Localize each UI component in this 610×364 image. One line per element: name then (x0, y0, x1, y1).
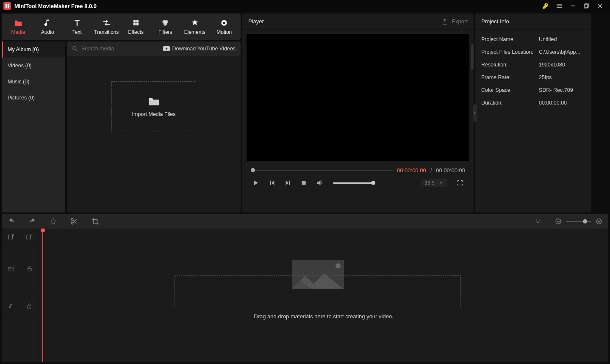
tab-audio[interactable]: Audio (33, 14, 63, 40)
audio-track-icon (8, 303, 14, 309)
media-pane: Download YouTube Videos Import Media Fil… (67, 41, 241, 212)
tab-transitions[interactable]: Transitions (92, 14, 122, 40)
tab-label: Media (11, 29, 25, 35)
export-button[interactable]: Export (441, 18, 468, 25)
delete-button[interactable] (50, 218, 57, 225)
tab-effects[interactable]: Effects (121, 14, 151, 40)
aspect-ratio-select[interactable]: 16:9 (421, 179, 447, 187)
zoom-slider[interactable] (566, 221, 591, 222)
scrub-track[interactable] (251, 170, 393, 171)
filters-icon (161, 18, 169, 28)
motion-icon (220, 18, 228, 28)
timeline: Drag and drop materials here to start cr… (2, 229, 608, 362)
add-track-icon[interactable] (8, 234, 14, 240)
volume-button[interactable] (316, 179, 324, 187)
player-panel: Player Export 00:00:00:00 / 00:00:00:00 (242, 14, 474, 212)
time-total: 00:00:00:00 (436, 167, 465, 174)
zoom-thumb[interactable] (583, 219, 587, 223)
import-media-dropzone[interactable]: Import Media Files (111, 81, 196, 132)
menu-icon[interactable] (552, 0, 566, 12)
preview-scrollbar[interactable] (471, 44, 474, 69)
minimize-button[interactable] (566, 0, 580, 12)
next-frame-button[interactable] (285, 179, 291, 186)
zoom-out-button[interactable] (555, 218, 562, 225)
sidebar-item-label: Music (0) (8, 79, 29, 85)
transitions-icon (102, 18, 111, 28)
project-info-title: Project Info (475, 14, 591, 30)
tab-label: Elements (184, 29, 205, 35)
prev-frame-button[interactable] (269, 179, 275, 186)
svg-rect-23 (28, 268, 31, 271)
tab-label: Filters (158, 29, 172, 35)
album-sidebar: My Album (0) Videos (0) Music (0) Pictur… (2, 41, 65, 212)
youtube-icon (163, 46, 170, 51)
info-dur-value: 00:00:00:00 (539, 100, 567, 106)
effects-icon (132, 18, 140, 28)
svg-rect-15 (302, 181, 305, 185)
collapse-handle[interactable] (473, 105, 477, 121)
magnet-button[interactable] (535, 218, 541, 225)
lock-icon[interactable] (27, 265, 33, 272)
info-dur-label: Duration: (481, 100, 539, 106)
tab-elements[interactable]: Elements (180, 14, 210, 40)
search-media[interactable] (72, 46, 160, 52)
project-info-panel: Project Info Project Name:Untitled Proje… (475, 14, 591, 212)
volume-thumb[interactable] (371, 181, 375, 185)
split-button[interactable] (70, 218, 78, 225)
info-fps-value: 25fps (539, 74, 552, 80)
export-icon (441, 18, 448, 25)
fullscreen-button[interactable] (457, 179, 463, 186)
timeline-track-headers (2, 229, 39, 362)
elements-icon (191, 18, 199, 28)
tab-label: Motion (216, 29, 232, 35)
sidebar-item-myalbum[interactable]: My Album (0) (2, 41, 65, 58)
sidebar-item-label: Pictures (0) (8, 95, 35, 101)
info-loc-value: C:\Users\bj\App... (539, 49, 580, 55)
upgrade-key-icon[interactable] (539, 0, 552, 12)
scrub-thumb[interactable] (251, 168, 255, 172)
download-youtube-link[interactable]: Download YouTube Videos (163, 46, 236, 52)
tab-label: Text (72, 29, 82, 35)
svg-point-12 (73, 47, 76, 50)
tab-text[interactable]: Text (62, 14, 92, 40)
timeline-toolbar (2, 214, 608, 229)
zoom-in-button[interactable] (596, 218, 602, 225)
remove-track-icon[interactable] (26, 234, 33, 240)
play-button[interactable] (252, 179, 259, 186)
text-icon (73, 18, 81, 28)
sidebar-item-label: My Album (0) (8, 47, 39, 52)
stop-button[interactable] (301, 180, 307, 186)
maximize-button[interactable] (580, 0, 593, 12)
lock-icon[interactable] (26, 303, 32, 309)
info-fps-label: Frame Rate: (481, 74, 539, 80)
redo-button[interactable] (29, 218, 36, 225)
playhead[interactable] (42, 229, 43, 362)
sidebar-item-videos[interactable]: Videos (0) (2, 58, 65, 74)
tab-filters[interactable]: Filters (151, 14, 180, 40)
crop-button[interactable] (92, 218, 99, 225)
svg-rect-20 (8, 235, 12, 239)
search-input[interactable] (81, 46, 148, 52)
youtube-link-label: Download YouTube Videos (172, 46, 236, 52)
tab-motion[interactable]: Motion (210, 14, 239, 40)
folder-icon (147, 96, 160, 106)
track-header-ruler (2, 229, 39, 245)
info-name-value: Untitled (539, 36, 557, 42)
player-title: Player (248, 18, 264, 25)
timeline-drop-strip[interactable] (175, 275, 461, 307)
sidebar-item-pictures[interactable]: Pictures (0) (2, 90, 65, 106)
dropzone-label: Import Media Files (132, 111, 176, 117)
svg-rect-2 (585, 4, 588, 7)
timeline-hint: Drag and drop materials here to start cr… (39, 313, 608, 320)
time-separator: / (430, 167, 432, 174)
svg-rect-21 (27, 235, 30, 239)
sidebar-item-music[interactable]: Music (0) (2, 74, 65, 90)
svg-rect-1 (584, 5, 588, 8)
close-button[interactable] (593, 0, 607, 12)
undo-button[interactable] (8, 218, 15, 225)
volume-slider[interactable] (333, 182, 375, 184)
timeline-body[interactable]: Drag and drop materials here to start cr… (39, 229, 608, 362)
title-bar: MiniTool MovieMaker Free 8.0.0 (0, 0, 610, 12)
tab-media[interactable]: Media (3, 14, 33, 40)
video-preview (247, 34, 469, 161)
